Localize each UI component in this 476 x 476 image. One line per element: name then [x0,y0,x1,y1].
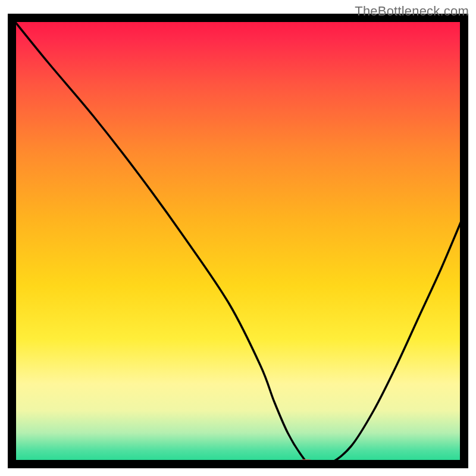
watermark-text: TheBottleneck.com [355,4,469,19]
gradient-background [12,18,464,464]
chart-svg [0,0,476,476]
bottleneck-chart: TheBottleneck.com [0,0,476,476]
